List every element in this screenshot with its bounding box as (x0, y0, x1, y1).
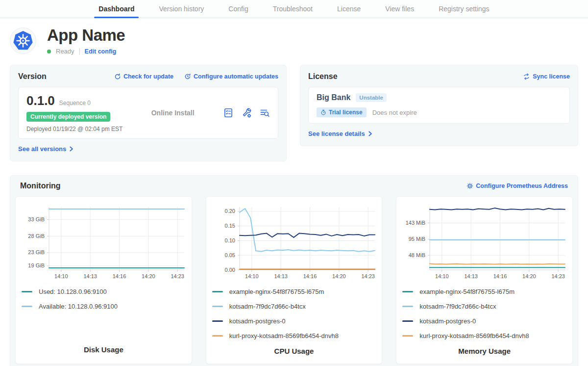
svg-text:14:20: 14:20 (142, 273, 155, 279)
legend-item: kotsadm-7f9dc7d66c-b4tcx (402, 303, 566, 310)
legend-item: Used: 10.128.0.96:9100 (22, 288, 186, 295)
disk-usage-panel: 19 GiB23 GiB28 GiB33 GiB14:1014:1314:161… (15, 196, 192, 364)
edit-config-wrench-icon[interactable] (241, 107, 252, 118)
version-number: 0.1.0 (26, 93, 55, 108)
legend-dash-icon (212, 335, 223, 337)
memory-usage-chart: 48 MiB95 MiB143 MiB14:1014:1314:1614:201… (402, 204, 566, 283)
svg-text:33 GiB: 33 GiB (28, 216, 45, 222)
svg-text:0.00: 0.00 (224, 267, 235, 273)
version-card: Version Check for update Configure au (10, 65, 287, 161)
deployed-timestamp: Deployed 01/19/22 @ 02:04 pm EST (26, 126, 122, 132)
disk-usage-chart: 19 GiB23 GiB28 GiB33 GiB14:1014:1314:161… (22, 204, 186, 283)
legend-item: kurl-proxy-kotsadm-8569fb6454-dnvh8 (402, 332, 566, 340)
svg-text:14:23: 14:23 (361, 273, 375, 279)
cpu-usage-legend: example-nginx-54f8f76755-l675mkotsadm-7f… (212, 288, 376, 347)
svg-text:14:16: 14:16 (303, 273, 317, 279)
svg-text:14:16: 14:16 (493, 273, 507, 279)
version-card-title: Version (18, 72, 47, 81)
memory-usage-panel: 48 MiB95 MiB143 MiB14:1014:1314:1614:201… (396, 196, 573, 364)
configure-prometheus-link[interactable]: Configure Prometheus Address (466, 183, 568, 189)
install-type-label: Online Install (151, 109, 195, 117)
legend-dash-icon (22, 306, 32, 308)
monitoring-title: Monitoring (20, 182, 61, 190)
preflight-checks-icon[interactable] (223, 107, 234, 118)
svg-text:14:13: 14:13 (465, 273, 478, 279)
legend-label: kotsadm-postgres-0 (419, 317, 476, 325)
svg-text:0.10: 0.10 (224, 237, 235, 243)
svg-text:14:10: 14:10 (245, 273, 259, 279)
top-navbar: Dashboard Version history Config Trouble… (0, 0, 588, 18)
tab-version-history[interactable]: Version history (147, 0, 216, 18)
legend-dash-icon (402, 320, 413, 322)
trial-license-badge: Trial license (317, 107, 367, 117)
tab-troubleshoot[interactable]: Troubleshoot (261, 0, 325, 18)
disk-usage-chart-title: Disk Usage (22, 345, 186, 356)
svg-text:14:13: 14:13 (274, 273, 288, 279)
svg-text:28 GiB: 28 GiB (28, 233, 45, 239)
svg-text:14:10: 14:10 (54, 273, 68, 279)
legend-label: kurl-proxy-kotsadm-8569fb6454-dnvh8 (229, 332, 339, 340)
tab-license[interactable]: License (325, 0, 373, 18)
svg-text:19 GiB: 19 GiB (28, 262, 45, 268)
tab-dashboard[interactable]: Dashboard (86, 0, 147, 18)
sync-license-link[interactable]: Sync license (523, 73, 570, 80)
legend-label: kotsadm-7f9dc7d66c-b4tcx (419, 303, 496, 310)
line-chart-svg: 0.000.050.100.150.2014:1014:1314:1614:20… (212, 204, 377, 281)
legend-label: kotsadm-7f9dc7d66c-b4tcx (229, 303, 306, 310)
memory-usage-legend: example-nginx-54f8f76755-l675mkotsadm-7f… (402, 288, 566, 347)
svg-text:14:23: 14:23 (552, 273, 565, 279)
view-deploy-logs-icon[interactable] (259, 107, 270, 118)
tab-registry-settings[interactable]: Registry settings (426, 0, 501, 18)
svg-text:14:13: 14:13 (83, 273, 97, 279)
tab-view-files[interactable]: View files (373, 0, 426, 18)
line-chart-svg: 19 GiB23 GiB28 GiB33 GiB14:1014:1314:161… (22, 204, 187, 281)
cpu-usage-chart: 0.000.050.100.150.2014:1014:1314:1614:20… (212, 204, 376, 283)
see-all-versions-link[interactable]: See all versions (18, 145, 74, 153)
legend-dash-icon (402, 335, 413, 337)
legend-label: kurl-proxy-kotsadm-8569fb6454-dnvh8 (419, 332, 529, 340)
legend-label: example-nginx-54f8f76755-l675m (419, 288, 514, 295)
current-version-panel: 0.1.0 Sequence 0 Currently deployed vers… (18, 87, 278, 139)
legend-dash-icon (212, 306, 223, 308)
legend-item: kotsadm-7f9dc7d66c-b4tcx (212, 303, 376, 310)
legend-item: example-nginx-54f8f76755-l675m (402, 288, 566, 295)
legend-dash-icon (402, 306, 413, 308)
svg-text:48 MiB: 48 MiB (409, 252, 425, 258)
chevron-right-icon (69, 146, 74, 152)
legend-dash-icon (22, 291, 32, 293)
disk-usage-legend: Used: 10.128.0.96:9100Available: 10.128.… (22, 288, 186, 317)
clock-refresh-icon (184, 73, 191, 80)
line-chart-svg: 48 MiB95 MiB143 MiB14:1014:1314:1614:201… (402, 204, 567, 281)
refresh-icon (114, 73, 121, 80)
svg-text:14:20: 14:20 (522, 273, 536, 279)
svg-text:14:23: 14:23 (171, 273, 184, 279)
status-text: Ready (56, 48, 74, 55)
svg-text:23 GiB: 23 GiB (28, 249, 45, 255)
legend-item: kotsadm-postgres-0 (212, 317, 376, 325)
license-expiry: Does not expire (372, 109, 417, 116)
legend-dash-icon (402, 291, 413, 293)
legend-item: example-nginx-54f8f76755-l675m (212, 288, 376, 295)
cards-row: Version Check for update Configure au (0, 65, 588, 161)
configure-automatic-updates-link[interactable]: Configure automatic updates (184, 73, 278, 80)
divider (79, 48, 80, 55)
legend-label: kotsadm-postgres-0 (229, 317, 286, 325)
tab-config[interactable]: Config (216, 0, 260, 18)
stopwatch-icon (320, 109, 326, 115)
legend-item: Available: 10.128.0.96:9100 (22, 303, 186, 310)
svg-text:0.05: 0.05 (224, 252, 235, 258)
legend-item: kotsadm-postgres-0 (402, 317, 566, 325)
see-license-details-link[interactable]: See license details (308, 130, 373, 137)
svg-text:14:16: 14:16 (113, 273, 126, 279)
app-header: App Name Ready Edit config (0, 18, 588, 58)
license-panel: Big Bank Unstable Trial license Does not… (308, 87, 570, 124)
svg-text:14:10: 14:10 (435, 273, 449, 279)
license-card-title: License (308, 72, 338, 81)
edit-config-link[interactable]: Edit config (85, 48, 117, 55)
check-for-update-link[interactable]: Check for update (114, 73, 173, 80)
legend-label: Available: 10.128.0.96:9100 (39, 303, 118, 310)
svg-text:143 MiB: 143 MiB (406, 220, 425, 226)
svg-text:0.20: 0.20 (224, 208, 235, 214)
svg-text:0.15: 0.15 (224, 223, 235, 229)
channel-badge: Unstable (356, 93, 387, 102)
